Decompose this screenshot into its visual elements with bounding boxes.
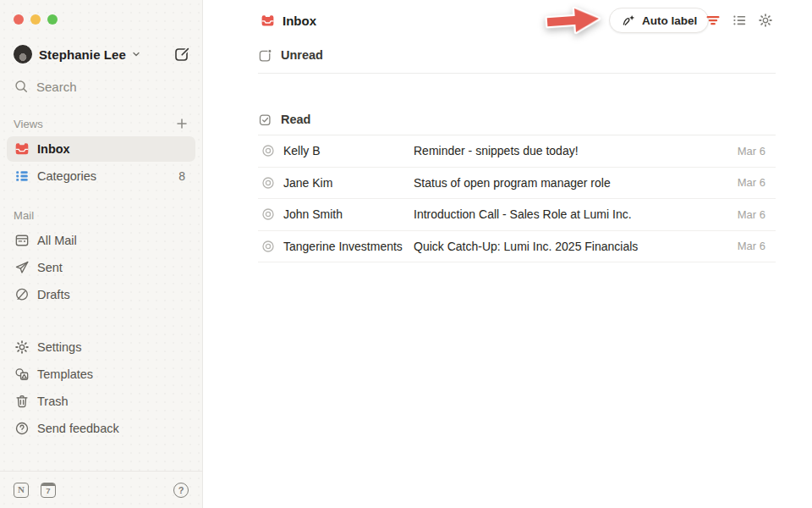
list-view-icon[interactable] [732,13,747,28]
sidebar-item-sent[interactable]: Sent [7,255,195,280]
read-status-icon[interactable] [262,177,274,189]
search-button[interactable]: Search [14,75,189,97]
sidebar-item-label: Settings [37,340,81,354]
email-subject: Quick Catch-Up: Lumi Inc. 2025 Financial… [414,240,727,253]
window-controls [0,0,202,25]
sidebar-footer: N 7 ? [0,471,202,508]
section-divider [258,73,776,74]
sidebar-item-label: Drafts [37,288,70,301]
send-icon [14,259,30,276]
email-subject: Introduction Call - Sales Role at Lumi I… [414,207,727,221]
email-row[interactable]: Tangerine Investments Quick Catch-Up: Lu… [258,231,776,263]
mail-section-header: Mail [14,207,189,223]
read-status-icon[interactable] [262,240,274,252]
read-checkbox-icon [258,113,272,127]
read-status-icon[interactable] [262,208,274,220]
gear-icon [14,339,30,356]
minimize-window-button[interactable] [30,14,41,25]
categories-icon [14,168,30,185]
user-name: Stephanie Lee [39,47,126,62]
drafts-icon [14,286,30,303]
sidebar-item-label: Templates [37,367,93,381]
calendar-icon[interactable]: 7 [41,483,56,498]
filter-icon[interactable] [705,13,721,28]
email-sender: John Smith [283,207,414,221]
annotation-arrow-icon [542,0,607,41]
compose-icon[interactable] [173,46,190,63]
sidebar-item-label: Inbox [37,142,70,156]
templates-shapes-icon [14,366,30,383]
email-subject: Reminder - snippets due today! [414,144,727,157]
email-date: Mar 6 [738,145,776,157]
email-row[interactable]: Kelly B Reminder - snippets due today! M… [258,135,776,168]
sidebar-item-send-feedback[interactable]: Send feedback [7,416,195,441]
page-title-label: Inbox [283,14,316,28]
read-status-icon[interactable] [262,145,274,157]
auto-label-sparkle-icon [621,13,636,28]
email-subject: Status of open program manager role [414,176,727,190]
sidebar-item-inbox[interactable]: Inbox [7,136,195,162]
inbox-icon [261,14,275,28]
email-date: Mar 6 [738,240,776,252]
search-label: Search [36,80,77,94]
sidebar-item-categories[interactable]: Categories 8 [7,163,195,189]
sidebar: Stephanie Lee Search Views [0,0,203,508]
sidebar-item-label: All Mail [37,234,77,247]
notion-logo-icon[interactable]: N [14,483,29,498]
search-icon [14,79,29,94]
sidebar-item-label: Categories [37,169,96,183]
email-sender: Kelly B [283,144,414,157]
email-date: Mar 6 [738,208,776,221]
settings-gear-icon[interactable] [758,13,773,28]
chevron-down-icon [131,49,141,59]
categories-count-badge: 8 [178,169,189,183]
user-avatar [14,45,32,64]
views-section-label: Views [14,118,43,130]
inbox-pane: Inbox Auto label [203,0,812,508]
sidebar-item-all-mail[interactable]: All Mail [7,228,195,253]
sidebar-item-label: Send feedback [37,422,119,435]
add-view-icon[interactable] [175,117,189,130]
trash-icon [14,393,30,410]
inbox-toolbar [705,13,773,28]
mail-section-label: Mail [14,209,34,222]
help-icon[interactable]: ? [173,483,189,498]
unread-section-header[interactable]: Unread [258,45,323,65]
question-circle-icon [14,420,30,437]
unread-icon [258,48,272,63]
views-section-header: Views [14,116,189,131]
email-sender: Jane Kim [283,176,414,190]
auto-label-button[interactable]: Auto label [609,8,709,33]
email-list: Kelly B Reminder - snippets due today! M… [258,135,776,262]
app-window: Stephanie Lee Search Views [0,0,812,508]
page-title: Inbox [261,12,316,29]
zoom-window-button[interactable] [47,14,58,25]
email-row[interactable]: John Smith Introduction Call - Sales Rol… [258,199,776,231]
email-sender: Tangerine Investments [283,240,414,253]
read-section-label: Read [281,113,310,126]
all-mail-icon [14,232,30,249]
sidebar-item-label: Trash [37,395,69,408]
sidebar-item-settings[interactable]: Settings [7,334,195,360]
sidebar-item-label: Sent [37,261,63,274]
account-switcher[interactable]: Stephanie Lee [14,43,190,65]
close-window-button[interactable] [14,14,24,25]
sidebar-item-drafts[interactable]: Drafts [7,282,195,307]
email-date: Mar 6 [738,176,776,189]
read-section-header[interactable]: Read [258,109,310,130]
sidebar-item-templates[interactable]: Templates [7,362,195,387]
auto-label-button-label: Auto label [642,14,697,27]
sidebar-item-trash[interactable]: Trash [7,389,195,414]
inbox-icon [14,141,30,157]
email-row[interactable]: Jane Kim Status of open program manager … [258,168,776,200]
unread-section-label: Unread [281,48,323,62]
